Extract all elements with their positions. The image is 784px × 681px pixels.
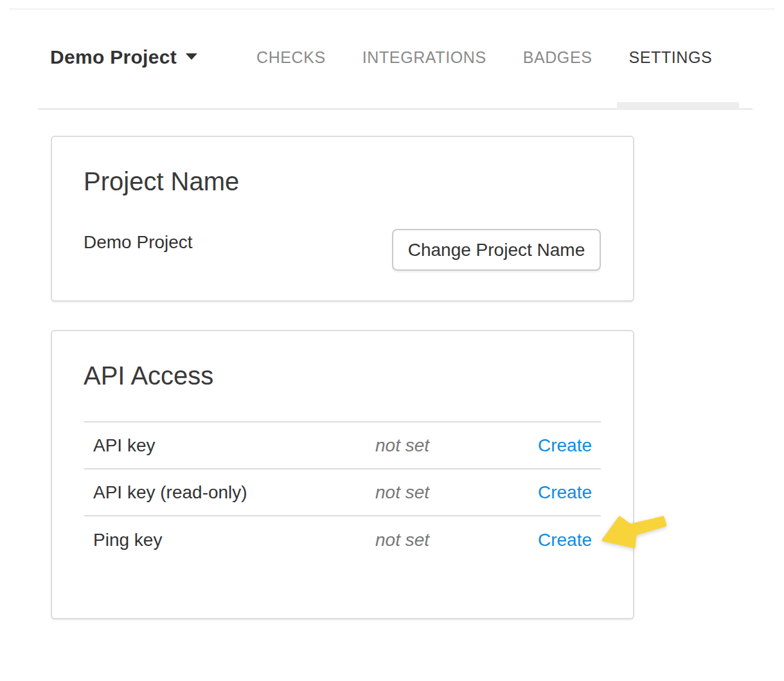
api-key-label: API key [93,435,375,456]
tab-settings[interactable]: SETTINGS [628,48,712,67]
create-api-key-link[interactable]: Create [515,435,592,456]
project-title-text: Demo Project [50,46,177,68]
table-row-api-key-read-only: API key (read-only) not set Create [84,469,601,516]
chevron-down-icon [186,53,197,60]
active-tab-indicator [617,102,739,108]
create-ping-key-link[interactable]: Create [515,530,592,550]
change-project-name-button[interactable]: Change Project Name [392,229,601,271]
api-access-card: API Access API key not set Create API ke… [51,330,634,619]
api-keys-table: API key not set Create API key (read-onl… [84,421,601,563]
project-name-card-title: Project Name [84,165,239,198]
current-project-name: Demo Project [84,232,193,253]
table-row-api-key: API key not set Create [84,422,601,469]
api-key-read-only-label: API key (read-only) [93,482,375,503]
window-top-border [9,8,775,10]
ping-key-label: Ping key [93,530,375,550]
api-access-card-title: API Access [84,359,213,392]
project-switcher-dropdown[interactable]: Demo Project [50,45,197,69]
api-key-value: not set [375,435,515,456]
project-nav-tabs: CHECKS INTEGRATIONS BADGES SETTINGS [256,48,712,67]
tab-checks[interactable]: CHECKS [256,48,326,67]
nav-divider [38,108,753,110]
tab-integrations[interactable]: INTEGRATIONS [362,48,486,67]
api-key-read-only-value: not set [375,482,515,503]
ping-key-value: not set [375,530,515,550]
project-name-card: Project Name Demo Project Change Project… [51,136,634,302]
create-api-key-read-only-link[interactable]: Create [515,482,592,503]
table-row-ping-key: Ping key not set Create [84,516,601,563]
tab-badges[interactable]: BADGES [523,48,592,67]
